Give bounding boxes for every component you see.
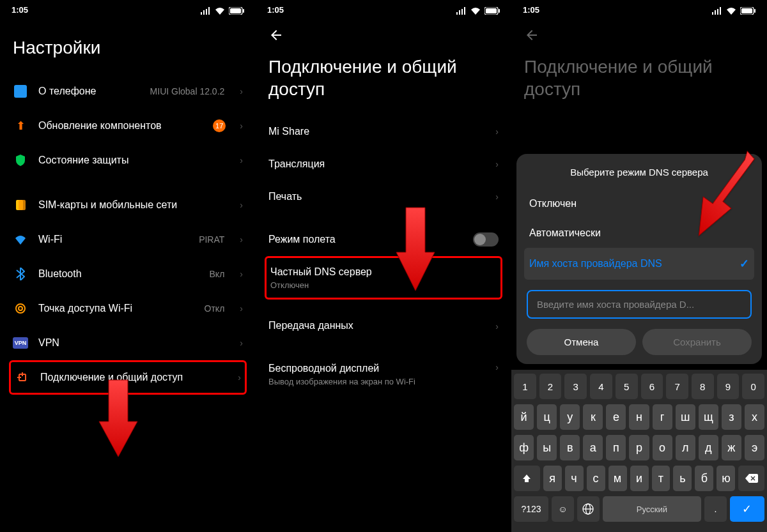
- kb-key[interactable]: э: [745, 435, 764, 460]
- chevron-icon: ›: [495, 159, 499, 169]
- setting-update[interactable]: ⬆ Обновление компонентов 17 ›: [13, 109, 243, 143]
- svg-rect-5: [230, 8, 241, 13]
- setting-vpn[interactable]: VPN VPN ›: [13, 326, 243, 360]
- setting-about-phone[interactable]: О телефоне MIUI Global 12.0.2 ›: [13, 74, 243, 109]
- kb-key[interactable]: 3: [564, 374, 587, 399]
- wifi-label: Wi-Fi: [38, 233, 189, 247]
- kb-key[interactable]: щ: [699, 404, 718, 430]
- keyboard: 1234567890 йцукенгшщзх фывапролджэ ячсми…: [511, 370, 767, 532]
- setting-print[interactable]: Печать ›: [268, 181, 499, 213]
- kb-key[interactable]: т: [652, 466, 670, 491]
- kb-key[interactable]: й: [514, 404, 534, 430]
- kb-key[interactable]: ь: [673, 466, 692, 491]
- space-key[interactable]: Русский: [603, 496, 702, 522]
- kb-key[interactable]: ж: [722, 435, 741, 460]
- kb-key[interactable]: 7: [666, 374, 688, 399]
- kb-key[interactable]: м: [608, 466, 627, 491]
- kb-key[interactable]: ш: [676, 404, 695, 430]
- dns-hostname-input[interactable]: Введите имя хоста провайдера D...: [527, 290, 752, 319]
- kb-key[interactable]: 8: [692, 374, 714, 399]
- kb-key[interactable]: л: [676, 435, 695, 460]
- language-key[interactable]: [577, 496, 600, 522]
- kb-key[interactable]: в: [560, 435, 580, 460]
- kb-key[interactable]: р: [629, 435, 649, 460]
- svg-rect-0: [201, 12, 202, 15]
- wifi-value: PIRAT: [199, 234, 224, 245]
- kb-key[interactable]: 5: [616, 374, 638, 399]
- backspace-key[interactable]: [738, 466, 764, 491]
- setting-hotspot[interactable]: Точка доступа Wi-Fi Откл ›: [13, 291, 243, 326]
- update-icon: ⬆: [13, 118, 28, 133]
- kb-key[interactable]: к: [583, 404, 603, 430]
- shield-icon: [13, 153, 28, 168]
- kb-key[interactable]: а: [583, 435, 603, 460]
- check-icon: ✓: [740, 257, 749, 271]
- kb-key[interactable]: ю: [717, 466, 735, 491]
- setting-mishare[interactable]: Mi Share ›: [268, 116, 499, 148]
- hotspot-value: Откл: [205, 303, 225, 314]
- page-title: Подключение и общий доступ: [511, 50, 767, 116]
- kb-key[interactable]: у: [560, 404, 580, 430]
- kb-key[interactable]: ф: [514, 435, 534, 460]
- kb-key[interactable]: н: [629, 404, 649, 430]
- status-time: 1:05: [267, 5, 284, 15]
- svg-rect-19: [715, 10, 716, 15]
- kb-key[interactable]: 4: [590, 374, 612, 399]
- opt-off-label: Отключен: [529, 198, 577, 209]
- kb-key[interactable]: с: [587, 466, 605, 491]
- enter-key[interactable]: ✓: [730, 496, 764, 522]
- kb-key[interactable]: ц: [537, 404, 557, 430]
- dns-option-hostname[interactable]: Имя хоста провайдера DNS ✓: [524, 248, 754, 280]
- shift-key[interactable]: [514, 466, 540, 491]
- symbols-key[interactable]: ?123: [514, 496, 548, 522]
- svg-rect-11: [456, 12, 458, 15]
- kb-key[interactable]: ы: [537, 435, 557, 460]
- kb-key[interactable]: е: [606, 404, 626, 430]
- setting-security[interactable]: Состояние защиты ›: [13, 143, 243, 178]
- back-button[interactable]: [256, 17, 511, 50]
- setting-wireless-display[interactable]: Беспроводной дисплей Вывод изображения н…: [268, 353, 499, 396]
- kb-key[interactable]: ч: [565, 466, 584, 491]
- status-bar: 1:05: [256, 0, 511, 17]
- svg-rect-21: [720, 7, 721, 15]
- mishare-label: Mi Share: [268, 125, 495, 139]
- svg-rect-18: [712, 12, 713, 15]
- setting-airplane[interactable]: Режим полета: [268, 223, 499, 256]
- setting-bluetooth[interactable]: Bluetooth Вкл ›: [13, 257, 243, 291]
- setting-data[interactable]: Передача данных ›: [268, 310, 499, 342]
- kb-key[interactable]: г: [653, 404, 672, 430]
- kb-key[interactable]: 0: [742, 374, 764, 399]
- kb-key[interactable]: д: [699, 435, 718, 460]
- airplane-toggle[interactable]: [473, 232, 499, 247]
- kb-key[interactable]: 2: [539, 374, 562, 399]
- kb-key[interactable]: о: [653, 435, 672, 460]
- kb-key[interactable]: 9: [717, 374, 740, 399]
- wd-label: Беспроводной дисплей: [268, 362, 495, 376]
- kb-key[interactable]: х: [745, 404, 764, 430]
- kb-key[interactable]: п: [606, 435, 626, 460]
- setting-sim[interactable]: SIM-карты и мобильные сети ›: [13, 188, 243, 222]
- dns-option-auto[interactable]: Автоматически: [527, 218, 752, 248]
- setting-wifi[interactable]: Wi-Fi PIRAT ›: [13, 222, 243, 257]
- kb-key[interactable]: 6: [641, 374, 663, 399]
- print-label: Печать: [268, 190, 495, 204]
- setting-sharing[interactable]: Подключение и общий доступ ›: [9, 360, 247, 395]
- kb-key[interactable]: б: [695, 466, 713, 491]
- kb-key[interactable]: з: [722, 404, 741, 430]
- setting-cast[interactable]: Трансляция ›: [268, 148, 499, 181]
- period-key[interactable]: .: [704, 496, 727, 522]
- dns-option-off[interactable]: Отключен: [527, 189, 752, 218]
- cancel-button[interactable]: Отмена: [527, 329, 636, 355]
- emoji-key[interactable]: ☺: [552, 496, 574, 522]
- status-icons: [201, 5, 244, 15]
- kb-key[interactable]: я: [543, 466, 562, 491]
- settings-list: Mi Share › Трансляция › Печать › Режим п…: [256, 116, 511, 396]
- svg-rect-23: [741, 8, 752, 13]
- kb-key[interactable]: 1: [514, 374, 536, 399]
- wd-sub: Вывод изображения на экран по Wi-Fi: [268, 377, 495, 386]
- kb-key[interactable]: и: [630, 466, 649, 491]
- save-button[interactable]: Сохранить: [642, 329, 752, 355]
- dialog-title: Выберите режим DNS сервера: [527, 167, 752, 178]
- setting-private-dns[interactable]: Частный DNS сервер Отключен: [265, 256, 502, 300]
- hotspot-label: Точка доступа Wi-Fi: [38, 302, 194, 315]
